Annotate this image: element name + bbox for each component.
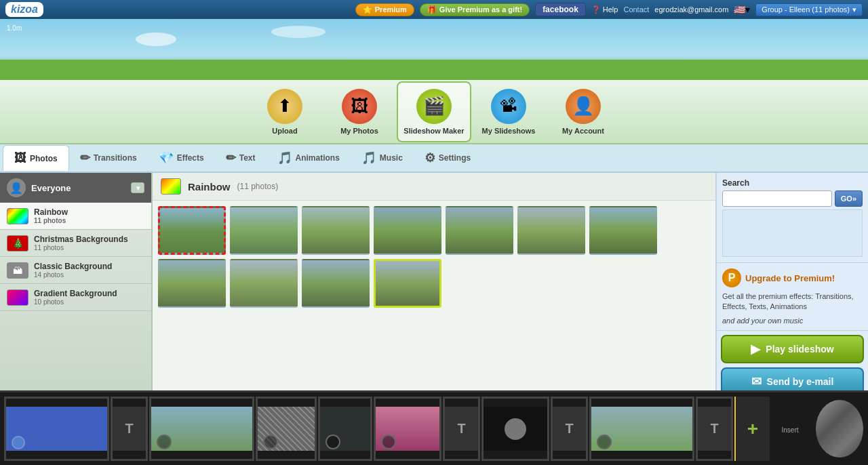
film-item-3[interactable] (149, 397, 254, 461)
film-item-7[interactable]: T (443, 397, 480, 461)
photo-6[interactable] (517, 206, 585, 255)
language-flag[interactable]: 🇺🇸▾ (734, 4, 750, 15)
nav-myphotos[interactable]: 🖼 My Photos (322, 81, 397, 142)
slideshow-icon: 🎬 (416, 89, 452, 124)
film-item-8[interactable] (481, 397, 549, 461)
grass (0, 60, 868, 80)
transitions-tab-icon: ✏ (80, 150, 90, 165)
photo-7[interactable] (589, 206, 657, 255)
nav-slideshow[interactable]: 🎬 Slideshow Maker (397, 81, 471, 142)
film-item-9[interactable]: T (551, 397, 588, 461)
user-avatar: 👤 (7, 178, 26, 197)
gradient-album-count: 10 photos (34, 298, 144, 306)
tab-music[interactable]: 🎵 Music (351, 145, 414, 171)
film-slide-8 (484, 399, 547, 459)
insert-area: Insert (770, 424, 810, 434)
premium-label: Premium (375, 5, 407, 14)
sidebar-everyone-label: Everyone (31, 183, 71, 193)
sidebar-album-gradient[interactable]: Gradient Background 10 photos (0, 284, 151, 311)
tab-text[interactable]: ✏ Text (215, 145, 267, 171)
play-slideshow-button[interactable]: ▶ Play slideshow (721, 335, 864, 363)
tab-settings[interactable]: ⚙ Settings (414, 145, 481, 171)
effects-tab-icon: 💎 (159, 150, 174, 165)
facebook-button[interactable]: facebook (535, 3, 586, 16)
film-item-10[interactable] (589, 397, 694, 461)
gift-button[interactable]: 🎁 Give Premium as a gift! (420, 3, 530, 16)
film-slide-5 (320, 399, 370, 459)
premium-button[interactable]: ⭐ Premium (355, 3, 414, 16)
upgrade-text: Get all the premium effects: Transitions… (722, 291, 863, 312)
help-icon: ❓ (591, 5, 601, 14)
group-selector[interactable]: Group - Elleen (11 photos) ▾ (755, 3, 863, 16)
photos-tab-icon: 🖼 (14, 151, 26, 165)
search-go-button[interactable]: GO» (835, 190, 863, 207)
settings-tab-icon: ⚙ (425, 150, 435, 165)
photo-8[interactable] (158, 259, 226, 308)
upgrade-icon: P (722, 268, 741, 287)
album-title-text: Rainbow (188, 181, 231, 193)
main-area: 👤 Everyone ▾ Rainbow 11 photos 🎄 Christm… (0, 173, 868, 390)
film-slide-6 (376, 399, 439, 459)
nav-myslideshows[interactable]: 📽 My Slideshows (471, 81, 546, 142)
nav-upload-label: Upload (272, 127, 297, 135)
sidebar-dropdown[interactable]: ▾ (131, 182, 144, 193)
timeline-needle (734, 397, 736, 461)
help-button[interactable]: ❓ Help (591, 5, 618, 14)
upgrade-section: P Upgrade to Premium! Get all the premiu… (717, 263, 868, 331)
gift-icon: 🎁 (427, 5, 437, 14)
film-add-button[interactable]: + (736, 397, 770, 461)
film-item-2[interactable]: T (111, 397, 148, 461)
christmas-album-thumb: 🎄 (7, 235, 28, 251)
animations-tab-icon: 🎵 (277, 150, 292, 165)
tab-photos[interactable]: 🖼 Photos (3, 145, 69, 171)
film-reel (816, 400, 863, 458)
nav-myaccount[interactable]: 👤 My Account (546, 81, 620, 142)
tab-effects[interactable]: 💎 Effects (148, 145, 215, 171)
myslideshows-icon: 📽 (491, 89, 526, 124)
tab-transitions[interactable]: ✏ Transitions (69, 145, 148, 171)
filmstrip: T T (0, 390, 868, 465)
search-label: Search (722, 178, 863, 188)
photo-3[interactable] (302, 206, 370, 255)
myphotos-icon: 🖼 (342, 89, 377, 124)
photo-9[interactable] (230, 259, 298, 308)
film-slide-3 (151, 399, 252, 459)
sidebar-album-christmas[interactable]: 🎄 Christmas Backgrounds 11 photos (0, 230, 151, 257)
photo-4[interactable] (374, 206, 441, 255)
search-preview (722, 209, 863, 257)
contact-button[interactable]: Contact (623, 5, 649, 14)
photo-area: Rainbow (11 photos) (153, 173, 715, 390)
film-item-11[interactable]: T (696, 397, 733, 461)
film-slide-2-text: T (125, 421, 133, 437)
search-row: GO» (722, 190, 863, 207)
gradient-album-name: Gradient Background (34, 289, 144, 298)
photo-10[interactable] (302, 259, 370, 308)
film-item-4[interactable] (256, 397, 317, 461)
upload-icon: ⬆ (267, 89, 302, 124)
classic-album-name: Classic Background (34, 262, 144, 271)
sidebar-header[interactable]: 👤 Everyone ▾ (0, 173, 151, 203)
music-tab-icon: 🎵 (361, 150, 376, 165)
sidebar-album-classic[interactable]: 🏔 Classic Background 14 photos (0, 257, 151, 284)
cloud-1 (136, 33, 176, 46)
logo[interactable]: kizoa (5, 2, 43, 17)
film-item-5[interactable] (318, 397, 372, 461)
nav-upload[interactable]: ⬆ Upload (248, 81, 322, 142)
photo-5[interactable] (446, 206, 513, 255)
sidebar-album-rainbow[interactable]: Rainbow 11 photos (0, 203, 151, 230)
film-item-6[interactable] (374, 397, 441, 461)
search-input[interactable] (722, 190, 832, 207)
right-panel: Search GO» P Upgrade to Premium! Get all… (715, 173, 868, 390)
film-item-1[interactable] (4, 397, 109, 461)
photo-11[interactable] (374, 259, 441, 308)
photo-1[interactable] (158, 206, 226, 255)
insert-label: Insert (781, 426, 798, 434)
rainbow-album-thumb (7, 208, 28, 224)
upgrade-subtext: and add your own music (722, 317, 863, 325)
rainbow-album-name: Rainbow (34, 207, 144, 217)
photo-2[interactable] (230, 206, 298, 255)
photo-grid (153, 201, 715, 390)
film-slide-11-text: T (710, 421, 718, 437)
tab-animations[interactable]: 🎵 Animations (267, 145, 351, 171)
tabs-bar: 🖼 Photos ✏ Transitions 💎 Effects ✏ Text … (0, 144, 868, 173)
